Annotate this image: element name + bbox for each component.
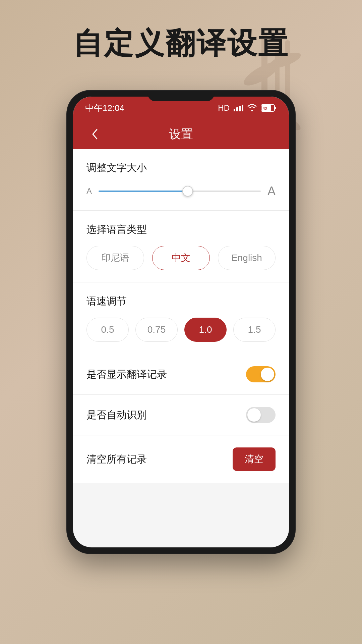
speed-label-0-5: 0.5 [101,324,114,335]
clear-label: 清空所有记录 [86,452,147,466]
svg-rect-11 [275,107,276,109]
speed-section: 语速调节 0.5 0.75 1.0 1.5 [73,282,289,342]
toggle-auto-detect-thumb [247,408,261,422]
toggle-show-history-row: 是否显示翻译记录 [73,354,289,394]
lang-label-chinese: 中文 [172,252,190,264]
toggle-auto-detect[interactable] [246,407,276,423]
font-size-section: 调整文字大小 A A [73,149,289,198]
speed-label-1-0: 1.0 [199,324,212,335]
font-large-label: A [267,184,276,198]
signal-text: HD [218,103,230,113]
language-title: 选择语言类型 [86,223,276,236]
font-size-title: 调整文字大小 [86,161,276,175]
speed-btn-1-0[interactable]: 1.0 [184,318,227,342]
svg-text:43: 43 [263,106,267,110]
font-size-slider-row: A A [86,184,276,198]
status-right: HD 43 [218,103,277,113]
content-area: 调整文字大小 A A 选择语言类型 印尼语 [73,149,289,483]
app-bar: 设置 [73,119,289,149]
speed-label-1-5: 1.5 [248,324,261,335]
toggle-show-history[interactable] [246,366,276,382]
divider-6 [73,483,289,483]
phone-mockup: 中午12:04 HD [67,91,295,553]
slider-thumb [182,186,193,197]
page-title: 自定义翻译设置 [0,23,362,63]
signal-icon [234,105,243,111]
toggle-show-history-label: 是否显示翻译记录 [86,368,167,381]
language-section: 选择语言类型 印尼语 中文 English [73,211,289,270]
phone-screen: 中午12:04 HD [73,97,289,547]
font-size-slider[interactable] [99,191,261,192]
lang-label-english: English [231,253,262,263]
speed-buttons: 0.5 0.75 1.0 1.5 [86,318,276,342]
clear-button[interactable]: 清空 [233,447,276,471]
lang-btn-english[interactable]: English [218,246,276,270]
language-buttons: 印尼语 中文 English [86,246,276,270]
phone-notch [147,91,215,101]
lang-label-indonesian: 印尼语 [101,252,129,264]
toggle-auto-detect-label: 是否自动识别 [86,408,147,422]
battery-icon: 43 [261,104,277,112]
wifi-icon [247,104,257,112]
font-small-label: A [86,186,92,196]
speed-title: 语速调节 [86,294,276,308]
app-bar-title: 设置 [169,126,193,143]
status-time: 中午12:04 [85,102,124,114]
back-button[interactable] [85,124,105,144]
speed-btn-0-5[interactable]: 0.5 [86,318,129,342]
slider-fill [99,191,188,192]
clear-row: 清空所有记录 清空 [73,435,289,483]
toggle-show-history-thumb [261,368,274,381]
lang-btn-indonesian[interactable]: 印尼语 [86,246,144,270]
speed-btn-0-75[interactable]: 0.75 [135,318,178,342]
toggle-auto-detect-row: 是否自动识别 [73,395,289,435]
speed-btn-1-5[interactable]: 1.5 [233,318,276,342]
lang-btn-chinese[interactable]: 中文 [152,246,210,270]
speed-label-0-75: 0.75 [147,324,166,335]
